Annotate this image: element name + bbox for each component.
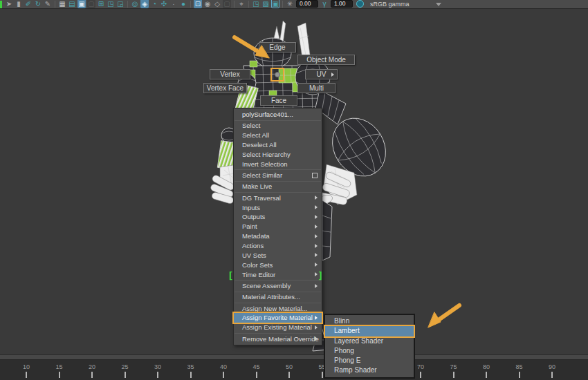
context-menu-item-paint[interactable]: Paint: [234, 222, 322, 231]
submenu-item-phong-e[interactable]: Phong E: [325, 356, 414, 365]
context-menu-item-make-live[interactable]: Make Live: [234, 182, 322, 191]
single-pane-layout-icon[interactable]: ▤: [68, 0, 76, 8]
marking-menu-vertex-face[interactable]: Vertex Face: [203, 83, 247, 93]
exposure-icon[interactable]: ✳: [286, 0, 294, 8]
context-menu-item-remove-material-override[interactable]: Remove Material Override: [234, 334, 322, 344]
timeline-tick-mark: [322, 372, 323, 378]
time-slider[interactable]: 1015202530354045505560657075808590: [0, 360, 588, 380]
context-menu: polySurface401...SelectSelect AllDeselec…: [233, 108, 322, 345]
snap-view-icon[interactable]: ∙: [169, 0, 178, 8]
submenu-arrow-icon: [315, 205, 318, 209]
grid-layout-icon[interactable]: ▦: [58, 0, 66, 8]
pencil-tool-icon[interactable]: ✎: [44, 0, 52, 8]
submenu-item-ramp-shader[interactable]: Ramp Shader: [325, 365, 414, 375]
snap-point-icon[interactable]: ◔: [150, 0, 158, 8]
chevron-down-icon: [436, 3, 441, 6]
rotate-tool-icon[interactable]: ↻: [34, 0, 42, 8]
render-settings-icon[interactable]: ▣: [271, 0, 279, 8]
context-menu-item-assign-favorite-material[interactable]: Assign Favorite Material: [234, 313, 322, 323]
pivot-tool-icon[interactable]: ⌖: [237, 0, 246, 8]
lasso-tool-icon[interactable]: ▮: [15, 0, 23, 8]
ipr-render-icon[interactable]: ▨: [261, 0, 270, 8]
timeline-tick-label-70: 70: [417, 363, 424, 370]
marking-menu-vertex[interactable]: Vertex: [210, 69, 250, 79]
marking-menu-object-mode-label: Object Mode: [306, 56, 346, 64]
context-menu-item-select-hierarchy[interactable]: Select Hierarchy: [234, 150, 322, 160]
context-menu-item-uv-sets[interactable]: UV Sets: [234, 251, 322, 260]
toolbar-separator: [234, 1, 235, 8]
pane-swap-icon[interactable]: ◳: [107, 0, 115, 8]
paint-select-tool-icon[interactable]: ✐: [24, 0, 33, 8]
context-menu-item-assign-existing-material[interactable]: Assign Existing Material: [234, 323, 322, 332]
timeline-tick-mark: [190, 372, 192, 378]
exposure-field[interactable]: 0.00: [296, 0, 318, 8]
marking-menu-multi[interactable]: Multi: [297, 83, 336, 93]
submenu-item-lambert[interactable]: Lambert: [325, 326, 414, 336]
context-menu-item-material-attributes[interactable]: Material Attributes...: [234, 292, 322, 302]
marking-menu-vertex-face-label: Vertex Face: [207, 84, 244, 92]
timeline-tick-mark: [288, 372, 290, 378]
snap-plane-icon[interactable]: ✣: [160, 0, 168, 8]
construction-history-icon[interactable]: ⊡: [194, 0, 202, 8]
selection-diamond-icon[interactable]: ◇: [213, 0, 221, 8]
option-box-icon[interactable]: [312, 173, 318, 178]
marking-menu-edge[interactable]: Edge: [259, 42, 296, 53]
context-menu-item-scene-assembly[interactable]: Scene Assembly: [234, 281, 322, 291]
marking-menu-object-mode[interactable]: Object Mode: [297, 55, 355, 65]
live-surface-icon[interactable]: ●: [179, 0, 187, 8]
marking-menu-center-dot[interactable]: [275, 72, 280, 77]
timeline-tick-mark: [125, 372, 126, 378]
context-menu-item-metadata[interactable]: Metadata: [234, 231, 322, 241]
submenu-item-phong[interactable]: Phong: [325, 346, 414, 356]
timeline-tick-mark: [486, 372, 487, 378]
context-menu-item-actions[interactable]: Actions: [234, 241, 322, 251]
submenu-item-layered-shader[interactable]: Layered Shader: [325, 336, 414, 346]
context-menu-item-select-all[interactable]: Select All: [234, 131, 322, 140]
four-pane-layout-icon[interactable]: ⊞: [97, 0, 105, 8]
submenu-arrow-icon: [315, 284, 318, 288]
select-tool-icon[interactable]: ➤: [5, 0, 13, 8]
empty-pane-layout-icon[interactable]: ▢: [87, 0, 95, 8]
submenu-item-blinn[interactable]: Blinn: [325, 316, 414, 326]
timeline-tick-mark: [519, 372, 520, 378]
maya-window: ➤▮✐↻✎▦▤▣▢⊞◳◲◎◈◔✣∙●⊡◉◇▢⌖◳▨▣✳ 0.00 γ 1.00 …: [0, 0, 588, 380]
submenu-arrow-icon: [315, 244, 318, 248]
marking-menu-edge-label: Edge: [269, 44, 285, 51]
render-frame-icon[interactable]: ◳: [252, 0, 260, 8]
color-management-icon[interactable]: [356, 0, 364, 8]
pane-down-icon[interactable]: ◲: [116, 0, 125, 8]
context-menu-item-select-similar[interactable]: Select Similar: [234, 171, 322, 180]
gamma-icon[interactable]: γ: [320, 0, 329, 8]
timeline-tick-mark: [91, 372, 93, 378]
toolbar-separator: [127, 1, 128, 8]
marking-menu-face[interactable]: Face: [260, 95, 297, 106]
timeline-tick-mark: [453, 372, 454, 378]
snap-curve-icon[interactable]: ◈: [140, 0, 149, 8]
record-icon[interactable]: ◉: [203, 0, 212, 8]
snap-grid-icon[interactable]: ◎: [131, 0, 139, 8]
context-menu-item-color-sets[interactable]: Color Sets: [234, 260, 322, 270]
timeline-tick-mark: [59, 372, 60, 378]
toolbar-separator: [248, 1, 249, 8]
context-menu-item-outputs[interactable]: Outputs: [234, 212, 322, 222]
active-pane-layout-icon[interactable]: ▣: [77, 0, 86, 8]
context-menu-item-inputs[interactable]: Inputs: [234, 203, 322, 213]
context-menu-item-deselect-all[interactable]: Deselect All: [234, 140, 322, 150]
context-menu-item-dg-traversal[interactable]: DG Traversal: [234, 193, 322, 203]
timeline-tick-mark: [551, 372, 553, 378]
toolbar-separator: [282, 1, 283, 8]
submenu-arrow-icon: [315, 325, 318, 330]
context-menu-item-invert-selection[interactable]: Invert Selection: [234, 160, 322, 169]
context-menu-item-select[interactable]: Select: [234, 121, 322, 131]
view-transform-select[interactable]: sRGB gamma: [370, 1, 441, 8]
submenu-arrow-icon: [315, 234, 318, 238]
range-slider-strip[interactable]: [0, 354, 588, 360]
marking-menu-uv[interactable]: UV: [305, 69, 338, 79]
gamma-field[interactable]: 1.00: [331, 0, 353, 8]
context-menu-item-assign-new-material[interactable]: Assign New Material...: [234, 304, 322, 314]
inactive-toggle-icon[interactable]: ▢: [223, 0, 231, 8]
context-menu-item-time-editor[interactable]: Time Editor: [234, 270, 322, 280]
timeline-tick-label-40: 40: [220, 363, 227, 370]
timeline-tick-label-15: 15: [55, 363, 62, 370]
timeline-tick-label-85: 85: [515, 363, 522, 370]
